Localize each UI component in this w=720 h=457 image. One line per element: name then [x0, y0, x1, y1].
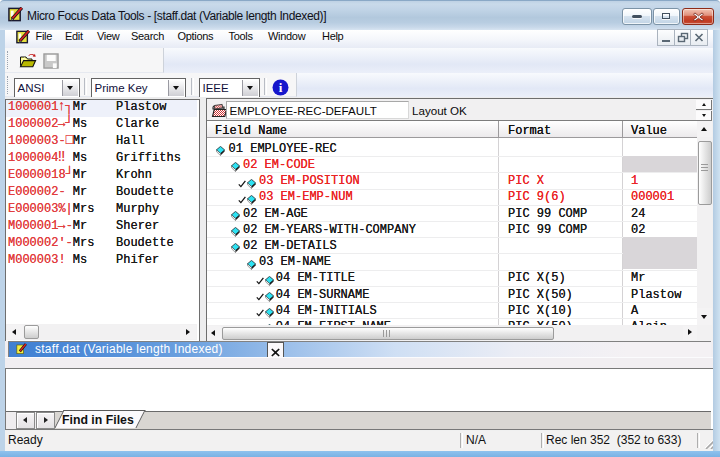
svg-text:i: i [279, 80, 283, 95]
